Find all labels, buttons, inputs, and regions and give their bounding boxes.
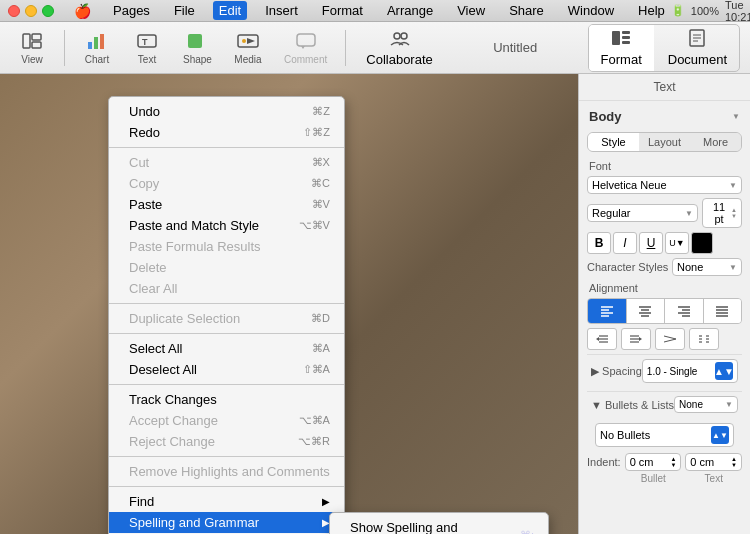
menu-deselect-all[interactable]: Deselect All ⇧⌘A <box>109 359 344 380</box>
menu-window[interactable]: Window <box>562 1 620 20</box>
color-swatch[interactable] <box>691 232 713 254</box>
svg-rect-18 <box>622 36 630 39</box>
size-chevron: ▲ ▼ <box>731 207 737 219</box>
size-down[interactable]: ▼ <box>731 213 737 219</box>
no-bullets-select[interactable]: No Bullets ▲▼ <box>595 423 734 447</box>
apple-menu[interactable]: 🍎 <box>74 3 91 19</box>
font-label: Font <box>579 156 750 174</box>
menu-help[interactable]: Help <box>632 1 671 20</box>
svg-point-14 <box>394 33 400 39</box>
style-select[interactable]: Regular ▼ <box>587 204 698 222</box>
document-button[interactable]: Document <box>656 25 739 71</box>
minimize-button[interactable] <box>25 5 37 17</box>
menu-undo[interactable]: Undo ⌘Z <box>109 101 344 122</box>
svg-rect-4 <box>94 37 98 49</box>
shape-button[interactable]: Shape <box>175 26 220 69</box>
format-buttons-row: B I U U▼ <box>587 232 742 254</box>
indent-decrease-button[interactable] <box>587 328 617 350</box>
indent-bullet-stepper[interactable]: ▲▼ <box>670 456 676 468</box>
chart-icon <box>86 30 108 52</box>
tab-layout[interactable]: Layout <box>639 133 690 151</box>
collaborate-button[interactable]: Collaborate <box>356 25 443 71</box>
bullets-chevron: ▼ <box>725 400 733 409</box>
menu-paste-match[interactable]: Paste and Match Style ⌥⌘V <box>109 215 344 236</box>
menu-share[interactable]: Share <box>503 1 550 20</box>
comment-icon <box>295 30 317 52</box>
no-bullets-blue-btn[interactable]: ▲▼ <box>711 426 729 444</box>
menu-spelling[interactable]: Spelling and Grammar ▶ Show Spelling and… <box>109 512 344 533</box>
svg-rect-5 <box>100 34 104 49</box>
shape-icon <box>186 30 208 52</box>
menu-find[interactable]: Find ▶ <box>109 491 344 512</box>
menu-paste[interactable]: Paste ⌘V <box>109 194 344 215</box>
underline-button[interactable]: U <box>639 232 663 254</box>
style-chevron: ▼ <box>685 209 693 218</box>
menu-track-changes[interactable]: Track Changes <box>109 389 344 410</box>
sep5 <box>109 456 344 457</box>
sep <box>109 147 344 148</box>
tab-more[interactable]: More <box>690 133 741 151</box>
text-label: Text <box>138 54 156 65</box>
indent-row: Indent: 0 cm ▲▼ 0 cm ▲▼ <box>587 453 742 471</box>
menu-arrange[interactable]: Arrange <box>381 1 439 20</box>
menu-redo[interactable]: Redo ⇧⌘Z <box>109 122 344 143</box>
column-button[interactable] <box>689 328 719 350</box>
menu-remove-highlights[interactable]: Remove Highlights and Comments <box>109 461 344 482</box>
format-button[interactable]: Format <box>589 25 654 71</box>
spacing-select[interactable]: 1.0 - Single ▲▼ <box>642 359 738 383</box>
view-button[interactable]: View <box>10 26 54 69</box>
menu-view[interactable]: View <box>451 1 491 20</box>
line-spacing-button[interactable] <box>655 328 685 350</box>
char-chevron: ▼ <box>729 263 737 272</box>
menu-insert[interactable]: Insert <box>259 1 304 20</box>
menu-format[interactable]: Format <box>316 1 369 20</box>
comment-button[interactable]: Comment <box>276 26 335 69</box>
spacing-blue-btn[interactable]: ▲▼ <box>715 362 733 380</box>
align-left-button[interactable] <box>588 299 627 323</box>
chart-label: Chart <box>85 54 109 65</box>
menu-copy[interactable]: Copy ⌘C <box>109 173 344 194</box>
text-button[interactable]: T Text <box>125 26 169 69</box>
toolbar-insert-group: Chart T Text Shape <box>75 26 335 69</box>
chart-button[interactable]: Chart <box>75 26 119 69</box>
traffic-lights <box>8 5 54 17</box>
tab-style[interactable]: Style <box>588 133 639 151</box>
svg-rect-2 <box>32 42 41 48</box>
menu-clear-all[interactable]: Clear All <box>109 278 344 299</box>
format-document-toggle: Format Document <box>588 24 740 72</box>
menu-select-all[interactable]: Select All ⌘A <box>109 338 344 359</box>
battery-icon: 🔋 <box>671 4 685 17</box>
indent-increase-button[interactable] <box>621 328 651 350</box>
menu-duplicate[interactable]: Duplicate Selection ⌘D <box>109 308 344 329</box>
close-button[interactable] <box>8 5 20 17</box>
submenu-show-spelling[interactable]: Show Spelling and Grammar ⌘: <box>330 517 548 534</box>
menu-file[interactable]: File <box>168 1 201 20</box>
media-label: Media <box>234 54 261 65</box>
indent-text-field[interactable]: 0 cm ▲▼ <box>685 453 742 471</box>
align-justify-button[interactable] <box>704 299 742 323</box>
menu-cut[interactable]: Cut ⌘X <box>109 152 344 173</box>
document-canvas[interactable]: Undo ⌘Z Redo ⇧⌘Z Cut ⌘X Copy ⌘C Paste <box>0 74 578 534</box>
svg-marker-47 <box>639 337 642 341</box>
font-select[interactable]: Helvetica Neue ▼ <box>587 176 742 194</box>
font-size-stepper[interactable]: 11 pt ▲ ▼ <box>702 198 742 228</box>
menu-edit[interactable]: Edit <box>213 1 247 20</box>
align-center-button[interactable] <box>627 299 666 323</box>
align-right-button[interactable] <box>665 299 704 323</box>
bold-button[interactable]: B <box>587 232 611 254</box>
menu-pages[interactable]: Pages <box>107 1 156 20</box>
media-button[interactable]: Media <box>226 26 270 69</box>
menu-paste-formula[interactable]: Paste Formula Results <box>109 236 344 257</box>
indent-text-stepper[interactable]: ▲▼ <box>731 456 737 468</box>
menu-delete[interactable]: Delete <box>109 257 344 278</box>
text-style-button[interactable]: U▼ <box>665 232 689 254</box>
menu-reject-change[interactable]: Reject Change ⌥⌘R <box>109 431 344 452</box>
maximize-button[interactable] <box>42 5 54 17</box>
document-label: Document <box>668 52 727 67</box>
bullets-select[interactable]: None ▼ <box>674 396 738 413</box>
italic-button[interactable]: I <box>613 232 637 254</box>
clock: Tue 10:21 <box>725 0 750 23</box>
indent-bullet-field[interactable]: 0 cm ▲▼ <box>625 453 682 471</box>
menu-accept-change[interactable]: Accept Change ⌥⌘A <box>109 410 344 431</box>
char-styles-select[interactable]: None ▼ <box>672 258 742 276</box>
